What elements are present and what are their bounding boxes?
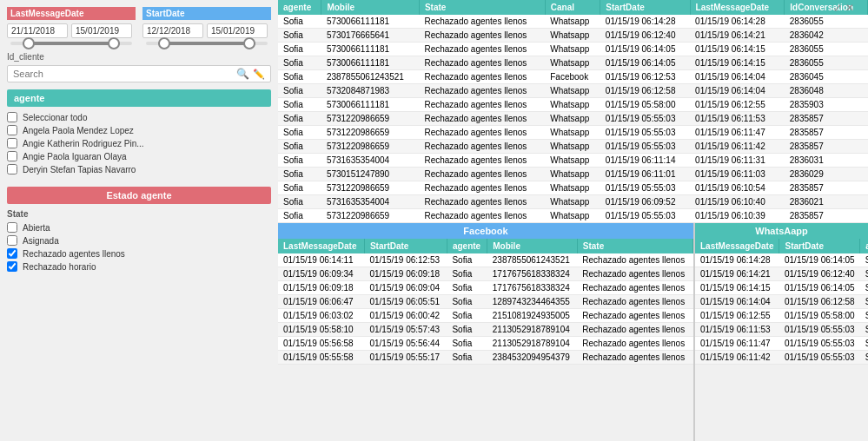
table-row[interactable]: 01/15/19 06:03:0201/15/19 06:00:42Sofia2… <box>278 309 693 323</box>
state-abierta-checkbox[interactable] <box>7 222 17 233</box>
agente-checkbox-2[interactable] <box>7 151 17 161</box>
table-cell: Sofia <box>447 281 487 295</box>
table-cell: Sofia <box>278 29 321 43</box>
col-agente: agente <box>278 0 321 15</box>
table-cell: Rechazado agentes llenos <box>419 195 545 209</box>
table-row[interactable]: Sofia5732084871983Rechazado agentes llen… <box>278 84 868 98</box>
table-row[interactable]: Sofia5731635354004Rechazado agentes llen… <box>278 154 868 168</box>
table-row[interactable]: 01/15/19 06:06:4701/15/19 06:05:51Sofia1… <box>278 295 693 309</box>
state-rechazado-horario[interactable]: Rechazado horario <box>7 261 271 272</box>
table-cell: Sofia <box>278 98 321 112</box>
table-row[interactable]: Sofia5730066111181Rechazado agentes llen… <box>278 43 868 56</box>
fb-col-agente: agente <box>447 239 487 253</box>
edit-icon[interactable]: ✏️ <box>253 69 265 80</box>
state-rechazado-llenos[interactable]: Rechazado agentes llenos <box>7 248 271 259</box>
agente-checkbox-1[interactable] <box>7 138 17 148</box>
table-row[interactable]: Sofia5730066111181Rechazado agentes llen… <box>278 98 868 112</box>
table-row[interactable]: Sofia5731220986659Rechazado agentes llen… <box>278 181 868 195</box>
last-message-date-from[interactable]: 21/11/2018 <box>7 23 68 38</box>
agente-select-all[interactable]: Seleccionar todo <box>7 112 271 122</box>
table-cell: 01/15/19 06:14:04 <box>690 70 785 84</box>
last-message-date-slider[interactable] <box>7 42 136 45</box>
table-row[interactable]: Sofia2387855061243521Rechazado agentes l… <box>278 70 868 84</box>
table-row[interactable]: 01/15/19 06:11:4201/15/19 05:55:03Sofia5… <box>695 351 868 365</box>
table-cell: 2836055 <box>785 43 868 56</box>
start-date-from[interactable]: 12/12/2018 <box>142 23 203 38</box>
agente-option-0[interactable]: Angela Paola Mendez Lopez <box>7 125 271 135</box>
table-cell: 01/15/19 06:11:31 <box>690 154 785 168</box>
close-icon[interactable]: ✕ <box>845 2 854 14</box>
table-cell: 01/15/19 06:14:04 <box>695 295 779 309</box>
table-row[interactable]: Sofia5730151247890Rechazado agentes llen… <box>278 168 868 181</box>
table-cell: 01/15/19 05:55:03 <box>600 181 690 195</box>
start-date-label: StartDate <box>142 7 271 20</box>
table-row[interactable]: 01/15/19 06:11:4701/15/19 05:55:03Sofia5… <box>695 337 868 351</box>
table-cell: 01/15/19 06:11:14 <box>600 154 690 168</box>
table-row[interactable]: 01/15/19 06:11:5301/15/19 05:55:03Sofia5… <box>695 323 868 337</box>
start-date-slider[interactable] <box>142 42 271 45</box>
state-asignada[interactable]: Asignada <box>7 235 271 246</box>
agente-checkbox-3[interactable] <box>7 164 17 174</box>
agente-option-2[interactable]: Angie Paola Iguaran Olaya <box>7 151 271 161</box>
table-row[interactable]: 01/15/19 06:14:0401/15/19 06:12:58Sofia5… <box>695 295 868 309</box>
table-cell: Sofia <box>447 267 487 281</box>
table-cell: 2835857 <box>785 181 868 195</box>
state-abierta[interactable]: Abierta <box>7 222 271 233</box>
table-row[interactable]: 01/15/19 06:14:2101/15/19 06:12:40Sofia5… <box>695 267 868 281</box>
table-row[interactable]: Sofia5730176665641Rechazado agentes llen… <box>278 29 868 43</box>
table-row[interactable]: Sofia5731635354004Rechazado agentes llen… <box>278 195 868 209</box>
table-cell: 01/15/19 06:14:28 <box>695 253 779 267</box>
table-cell: 01/15/19 06:12:55 <box>695 309 779 323</box>
table-row[interactable]: 01/15/19 05:56:5801/15/19 05:56:44Sofia2… <box>278 337 693 351</box>
facebook-section: Facebook LastMessageDate StartDate agent… <box>278 223 695 441</box>
table-row[interactable]: Sofia5730066111181Rechazado agentes llen… <box>278 56 868 70</box>
state-rechazado-llenos-checkbox[interactable] <box>7 248 17 259</box>
table-cell: 2836055 <box>785 15 868 29</box>
table-cell: Sofia <box>278 84 321 98</box>
table-cell: Facebook <box>545 70 600 84</box>
table-cell: 01/15/19 05:55:03 <box>779 351 860 365</box>
table-cell: 2836055 <box>785 56 868 70</box>
table-row[interactable]: Sofia5731220986659Rechazado agentes llen… <box>278 209 868 223</box>
start-date-to[interactable]: 15/01/2019 <box>207 23 268 38</box>
agente-select-all-checkbox[interactable] <box>7 112 17 122</box>
agente-option-1[interactable]: Angie Katherin Rodriguez Pin... <box>7 138 271 148</box>
table-row[interactable]: 01/15/19 06:09:1801/15/19 06:09:04Sofia1… <box>278 281 693 295</box>
state-asignada-checkbox[interactable] <box>7 235 17 246</box>
table-cell: 01/15/19 06:03:02 <box>278 309 364 323</box>
table-cell: 01/15/19 05:55:03 <box>600 126 690 140</box>
table-row[interactable]: 01/15/19 06:14:1501/15/19 06:14:05Sofia5… <box>695 281 868 295</box>
table-row[interactable]: Sofia5731220986659Rechazado agentes llen… <box>278 140 868 154</box>
table-row[interactable]: 01/15/19 06:12:5501/15/19 05:58:00Sofia5… <box>695 309 868 323</box>
table-row[interactable]: 01/15/19 06:14:2801/15/19 06:14:05Sofia5… <box>695 253 868 267</box>
table-cell: 01/15/19 05:58:10 <box>278 323 364 337</box>
table-cell: 2836021 <box>785 195 868 209</box>
facebook-header: Facebook <box>278 223 693 239</box>
table-cell: 01/15/19 05:57:43 <box>364 323 447 337</box>
table-row[interactable]: 01/15/19 06:09:3401/15/19 06:09:18Sofia1… <box>278 267 693 281</box>
table-cell: 01/15/19 06:12:53 <box>600 70 690 84</box>
id-cliente-label: Id_cliente <box>7 52 271 62</box>
table-row[interactable]: 01/15/19 06:14:1101/15/19 06:12:53Sofia2… <box>278 253 693 267</box>
whatsapp-table: LastMessageDate StartDate agente Mobile … <box>695 239 868 365</box>
agente-option-3[interactable]: Deryin Stefan Tapias Navarro <box>7 164 271 174</box>
agente-checkbox-0[interactable] <box>7 125 17 135</box>
search-input[interactable] <box>13 69 233 79</box>
table-row[interactable]: 01/15/19 05:58:1001/15/19 05:57:43Sofia2… <box>278 323 693 337</box>
table-cell: Whatsapp <box>545 195 600 209</box>
last-message-date-to[interactable]: 15/01/2019 <box>71 23 132 38</box>
table-row[interactable]: 01/15/19 05:55:5801/15/19 05:55:17Sofia2… <box>278 351 693 365</box>
table-cell: Whatsapp <box>545 154 600 168</box>
table-row[interactable]: Sofia5730066111181Rechazado agentes llen… <box>278 15 868 29</box>
agente-label-2: Angie Paola Iguaran Olaya <box>23 152 127 161</box>
table-cell: 01/15/19 05:55:03 <box>779 337 860 351</box>
table-cell: Rechazado agentes llenos <box>419 154 545 168</box>
table-row[interactable]: Sofia5731220986659Rechazado agentes llen… <box>278 126 868 140</box>
state-rechazado-horario-checkbox[interactable] <box>7 261 17 272</box>
table-row[interactable]: Sofia5731220986659Rechazado agentes llen… <box>278 112 868 126</box>
agente-select-all-label: Seleccionar todo <box>23 113 88 122</box>
expand-icon[interactable]: ⤢ <box>833 2 842 14</box>
state-rechazado-llenos-label: Rechazado agentes llenos <box>23 249 125 259</box>
table-cell: Whatsapp <box>545 181 600 195</box>
table-cell: 2835857 <box>785 112 868 126</box>
